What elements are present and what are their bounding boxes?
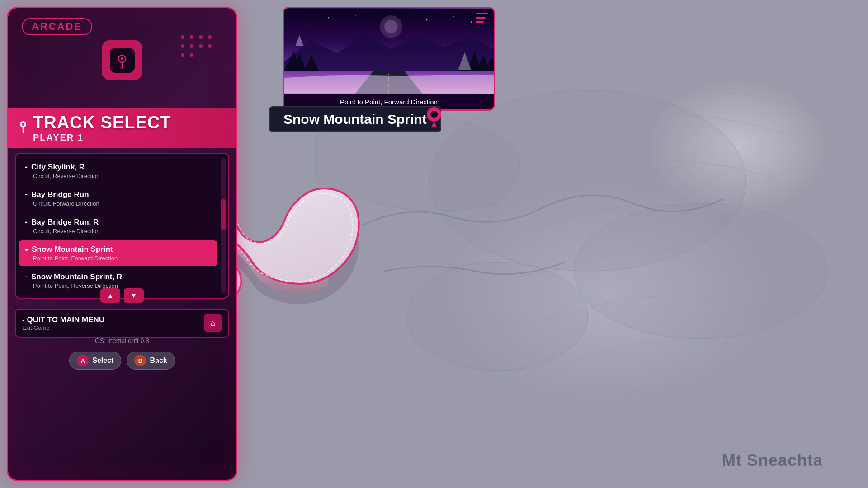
dot [181, 53, 184, 57]
map-location-label: Mt Sneachta [722, 451, 823, 470]
bullet: - [25, 162, 28, 172]
player-label: PLAYER 1 [33, 132, 227, 143]
scroll-down-button[interactable]: ▼ [124, 288, 144, 303]
os-info: OS: inertial drift 0.8 [8, 337, 236, 344]
track-preview-card: Point to Point, Forward Direction [283, 7, 495, 111]
dot [181, 44, 184, 48]
track-list-inner: - City Skylink, R Circuit, Reverse Direc… [19, 158, 226, 294]
quit-btn-text: - QUIT TO MAIN MENU Exit Game [22, 315, 104, 331]
track-select-header: TRACK SELECT PLAYER 1 [8, 108, 236, 148]
dot [190, 35, 193, 39]
svg-point-4 [121, 57, 123, 60]
scroll-track [221, 158, 226, 293]
scroll-up-button[interactable]: ▲ [100, 288, 120, 303]
dot [199, 44, 203, 48]
dot [190, 44, 193, 48]
right-panel: Point to Point, Forward Direction Snow M… [246, 7, 861, 481]
svg-point-5 [120, 67, 124, 69]
bullet: - [25, 190, 28, 199]
quit-btn-name: - QUIT TO MAIN MENU [22, 315, 104, 324]
track-pin-icon [423, 105, 445, 137]
quit-btn-sub: Exit Game [22, 324, 104, 331]
track-name: ● Snow Mountain Sprint [25, 245, 211, 254]
track-subtitle: Circuit, Reverse Direction [25, 228, 211, 235]
menu-line-2 [476, 17, 486, 19]
track-subtitle: Circuit, Reverse Direction [25, 173, 211, 179]
track-name: - Bay Bridge Run [25, 190, 211, 199]
track-select-title: TRACK SELECT [33, 113, 227, 132]
svg-point-15 [310, 24, 311, 25]
dot [208, 35, 212, 39]
svg-point-7 [22, 123, 24, 126]
back-label: Back [150, 357, 167, 365]
pin-icon-header [15, 118, 31, 138]
menu-line-3 [476, 21, 484, 23]
a-button-icon: A [77, 355, 89, 366]
player-icon-area [102, 40, 142, 80]
track-list: - City Skylink, R Circuit, Reverse Direc… [15, 153, 229, 299]
track-name: - Snow Mountain Sprint, R [25, 272, 211, 282]
dot [190, 53, 193, 57]
scroll-thumb[interactable] [221, 199, 226, 230]
b-button-icon: B [134, 355, 146, 366]
dot [208, 44, 212, 48]
bullet: - [25, 217, 28, 227]
quit-to-main-menu-button[interactable]: - QUIT TO MAIN MENU Exit Game ⌂ [15, 309, 229, 338]
svg-point-11 [328, 17, 329, 18]
svg-point-14 [453, 16, 454, 17]
bullet: ● [25, 246, 28, 253]
track-item-snow-mountain-sprint[interactable]: ● Snow Mountain Sprint Point to Point, F… [19, 240, 217, 266]
scroll-arrows: ▲ ▼ [100, 288, 144, 303]
track-preview-image [284, 8, 494, 94]
home-icon: ⌂ [204, 314, 222, 332]
menu-line-1 [476, 13, 488, 14]
preview-menu-icon [476, 13, 488, 23]
player-icon [110, 48, 135, 73]
track-name: - Bay Bridge Run, R [25, 217, 211, 227]
select-label: Select [92, 357, 113, 365]
back-button[interactable]: B Back [127, 352, 175, 370]
track-name-badge: Snow Mountain Sprint [269, 106, 441, 132]
left-panel: ARCADE [7, 7, 237, 481]
svg-point-13 [426, 19, 427, 20]
track-item-bay-bridge-run-r[interactable]: - Bay Bridge Run, R Circuit, Reverse Dir… [19, 213, 217, 239]
dots-decoration [181, 35, 213, 57]
bullet: - [25, 272, 28, 282]
svg-point-10 [384, 20, 398, 33]
select-button[interactable]: A Select [69, 352, 121, 370]
controller-buttons: A Select B Back [8, 352, 236, 370]
dot [181, 35, 184, 39]
svg-point-16 [471, 21, 472, 23]
track-subtitle: Point to Point, Forward Direction [25, 255, 211, 262]
track-subtitle: Circuit, Forward Direction [25, 200, 211, 207]
track-item-city-skylink-r[interactable]: - City Skylink, R Circuit, Reverse Direc… [19, 158, 217, 184]
track-item-bay-bridge-run[interactable]: - Bay Bridge Run Circuit, Forward Direct… [19, 185, 217, 211]
svg-point-29 [430, 111, 438, 118]
track-name: - City Skylink, R [25, 162, 211, 172]
arcade-badge: ARCADE [22, 18, 92, 35]
dot [199, 35, 203, 39]
svg-point-12 [355, 15, 356, 16]
